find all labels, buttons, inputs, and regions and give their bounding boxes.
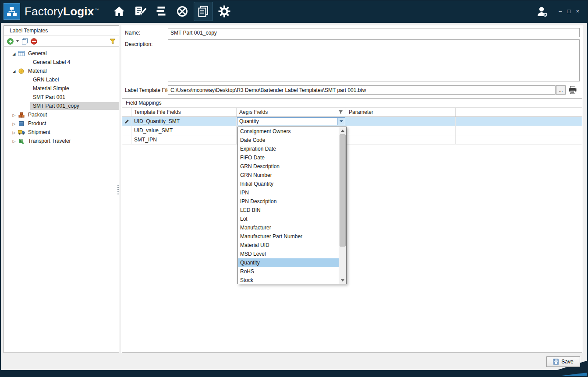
template-field-cell[interactable]: UID_value_SMT xyxy=(131,126,237,135)
label-templates-tree: General General Label 4 Material GRN Lab… xyxy=(4,47,119,145)
row-indicator xyxy=(122,135,131,144)
copy-icon xyxy=(21,38,28,45)
aegis-field-combobox[interactable]: Quantity xyxy=(237,117,345,125)
close-button[interactable]: × xyxy=(573,0,582,23)
copy-template-button[interactable] xyxy=(21,38,28,45)
scrollbar-thumb[interactable] xyxy=(340,134,346,247)
filter-funnel-icon xyxy=(110,39,116,44)
tree-item-label: General Label 4 xyxy=(30,58,119,66)
add-template-button[interactable] xyxy=(7,38,14,45)
column-header-template-file-fields[interactable]: Template File Fields xyxy=(131,108,237,116)
tree-item-product[interactable]: Product xyxy=(4,119,119,128)
expander-icon[interactable] xyxy=(11,112,17,118)
scroll-up-button[interactable] xyxy=(339,127,346,134)
mapping-row-uid-value-smt[interactable]: UID_value_SMT xyxy=(122,126,582,135)
stacked-sheets-icon xyxy=(155,5,168,18)
parameter-cell[interactable] xyxy=(346,117,456,126)
maximize-button[interactable]: □ xyxy=(565,0,574,23)
sitemap-icon xyxy=(7,6,17,17)
dropdown-option[interactable]: Expiration Date xyxy=(238,144,339,153)
dropdown-option[interactable]: Lot xyxy=(238,215,339,223)
dropdown-option[interactable]: Stock xyxy=(238,276,339,284)
dropdown-option[interactable]: LED BIN xyxy=(238,206,339,215)
main-nav xyxy=(109,0,235,23)
nav-settings-button[interactable] xyxy=(214,0,235,23)
expander-icon[interactable] xyxy=(11,129,17,135)
add-dropdown-caret[interactable] xyxy=(16,40,19,42)
triangle-up-icon xyxy=(341,130,344,132)
mapping-row-smt-ipn[interactable]: SMT_IPN xyxy=(122,135,582,144)
dropdown-option-selected[interactable]: Quantity xyxy=(238,258,339,267)
scroll-down-button[interactable] xyxy=(339,277,346,284)
titlebar: FactoryLogix™ xyxy=(0,0,588,23)
titlebar-right: – □ × xyxy=(536,0,588,23)
dropdown-option[interactable]: MSD Level xyxy=(238,250,339,258)
description-input[interactable] xyxy=(168,39,580,81)
nav-documents-button[interactable] xyxy=(130,0,151,23)
dropdown-option[interactable]: Date Code xyxy=(238,136,339,144)
template-field-cell[interactable]: SMT_IPN xyxy=(131,135,237,144)
column-header-label: Aegis Fields xyxy=(239,109,268,115)
browse-file-button[interactable]: ... xyxy=(556,85,566,95)
parameter-cell[interactable] xyxy=(346,135,456,144)
dropdown-scrollbar[interactable] xyxy=(339,127,346,284)
packout-category-icon xyxy=(17,112,25,118)
parameter-cell[interactable] xyxy=(346,126,456,135)
tree-item-label: General xyxy=(25,49,119,57)
column-header-parameter[interactable]: Parameter xyxy=(346,108,456,116)
dropdown-option[interactable]: Consignment Owners xyxy=(238,127,339,136)
tree-item-transport-traveler[interactable]: Transport Traveler xyxy=(4,137,119,145)
tree-item-material-simple[interactable]: Material Simple xyxy=(4,84,119,93)
document-pencil-icon xyxy=(134,5,146,18)
combobox-dropdown-button[interactable] xyxy=(337,118,345,125)
dropdown-option[interactable]: GRN Number xyxy=(238,171,339,180)
column-filter-icon[interactable] xyxy=(338,110,343,114)
column-header-aegis-fields[interactable]: Aegis Fields xyxy=(237,108,346,116)
panel-splitter-handle[interactable] xyxy=(117,185,119,196)
print-button[interactable] xyxy=(568,86,577,95)
name-input[interactable] xyxy=(168,28,580,37)
expander-icon[interactable] xyxy=(11,120,17,127)
tree-item-packout[interactable]: Packout xyxy=(4,110,119,119)
nav-home-button[interactable] xyxy=(109,0,130,23)
expander-icon[interactable] xyxy=(11,138,17,144)
dropdown-option[interactable]: Manufacturer Part Number xyxy=(238,232,339,241)
dropdown-option[interactable]: IPN xyxy=(238,188,339,197)
brand-wordmark: FactoryLogix™ xyxy=(25,5,99,18)
tree-item-label: Material xyxy=(25,67,119,75)
save-button[interactable]: Save xyxy=(546,356,580,367)
field-mappings-group: Field Mappings Template File Fields Aegi… xyxy=(122,98,582,353)
tree-item-shipment[interactable]: Shipment xyxy=(4,128,119,137)
user-logout-button[interactable] xyxy=(536,5,548,18)
label-template-file-input[interactable] xyxy=(168,85,556,95)
delete-template-button[interactable] xyxy=(31,38,37,45)
tree-toolbar xyxy=(4,35,119,47)
row-indicator-header xyxy=(122,108,131,116)
dropdown-option[interactable]: Material UID xyxy=(238,241,339,250)
expander-icon[interactable] xyxy=(11,50,17,56)
tree-item-smt-part-001-copy[interactable]: SMT Part 001_copy xyxy=(4,102,119,110)
dropdown-option[interactable]: Initial Quantity xyxy=(238,180,339,188)
template-field-cell[interactable]: UID_Quantity_SMT xyxy=(131,117,237,126)
dropdown-option[interactable]: RoHS xyxy=(238,267,339,276)
tree-item-grn-label[interactable]: GRN Label xyxy=(4,75,119,84)
nav-materials-button[interactable] xyxy=(151,0,172,23)
mapping-row-uid-quantity-smt[interactable]: UID_Quantity_SMT Quantity xyxy=(122,117,582,126)
tree-item-general-label-4[interactable]: General Label 4 xyxy=(4,58,119,67)
tree-item-label: SMT Part 001 xyxy=(30,93,119,101)
nav-production-button[interactable] xyxy=(172,0,193,23)
empty-cell xyxy=(456,135,582,144)
dropdown-option[interactable]: IPN Description xyxy=(238,197,339,206)
aegis-field-cell[interactable]: Quantity xyxy=(237,117,346,126)
triangle-down-icon xyxy=(341,279,344,282)
tree-item-general[interactable]: General xyxy=(4,49,119,58)
tree-item-smt-part-001[interactable]: SMT Part 001 xyxy=(4,93,119,102)
nav-labels-button[interactable] xyxy=(194,2,213,21)
tree-item-material[interactable]: Material xyxy=(4,67,119,75)
expander-icon[interactable] xyxy=(11,68,17,74)
dropdown-option[interactable]: GRN Description xyxy=(238,162,339,171)
minimize-button[interactable]: – xyxy=(556,0,564,23)
dropdown-option[interactable]: FIFO Date xyxy=(238,153,339,162)
dropdown-option[interactable]: Manufacturer xyxy=(238,223,339,232)
filter-button[interactable] xyxy=(110,39,116,44)
